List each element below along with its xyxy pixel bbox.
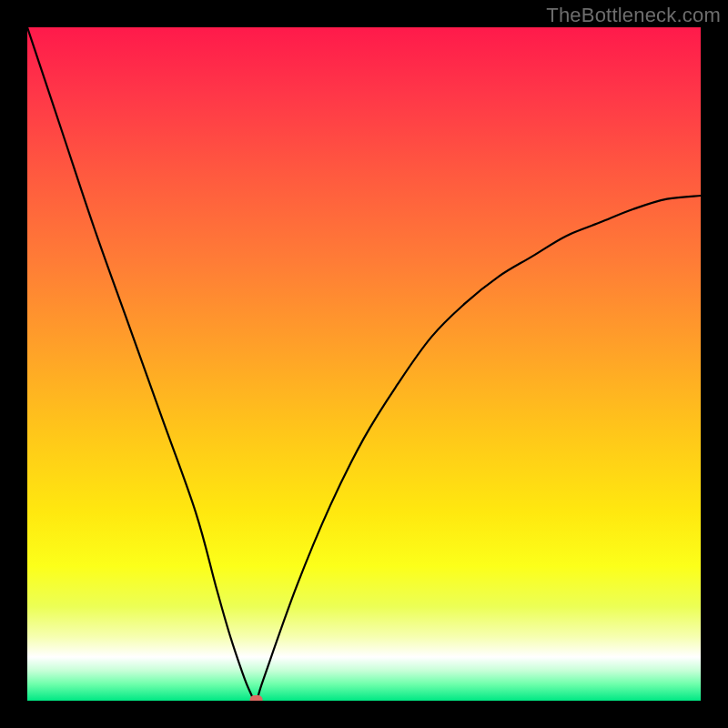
bottleneck-chart [27,27,701,701]
chart-frame: TheBottleneck.com [0,0,728,728]
watermark-text: TheBottleneck.com [546,4,721,27]
plot-area [27,27,701,701]
gradient-background [27,27,701,701]
